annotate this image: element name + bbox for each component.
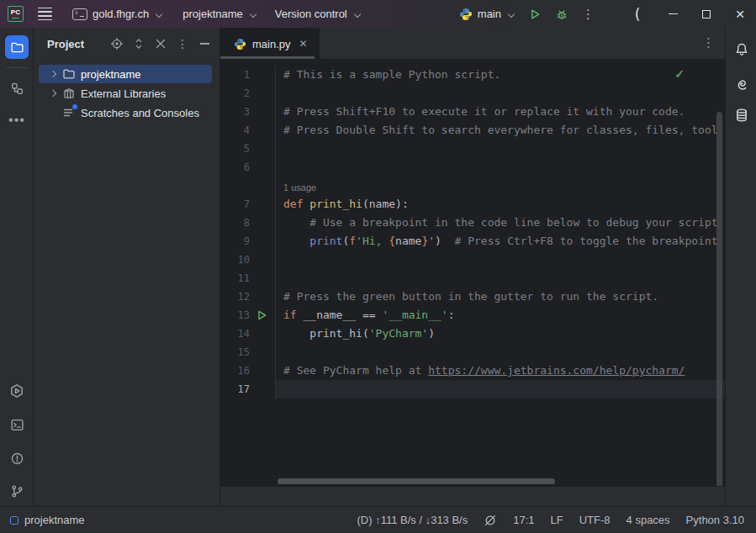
code-line[interactable]: 13if __name__ == '__main__': [220,306,725,325]
close-button[interactable]: ✕ [727,0,753,28]
code-editor[interactable]: 1# This is a sample Python script.23# Pr… [220,60,725,486]
tree-item-projektname[interactable]: projektname [39,65,212,83]
minimize-button[interactable] [660,0,685,28]
code-line[interactable]: 5 [220,140,725,158]
gutter-cell[interactable]: 9 [220,232,276,251]
code-text: # See PyCharm help at https://www.jetbra… [276,361,725,380]
tree-item-external-libraries[interactable]: External Libraries [39,84,212,103]
gutter-cell[interactable]: 3 [220,103,276,121]
code-line[interactable]: 17 [220,380,725,398]
usages-inlay-hint[interactable]: 1 usage [283,182,316,193]
problems-icon [10,451,24,466]
code-line[interactable]: 10 [220,251,725,269]
chevron-down-icon [156,11,162,18]
tool-window-structure-button[interactable] [5,77,29,100]
code-line[interactable]: 16# See PyCharm help at https://www.jetb… [220,361,725,380]
gutter-cell[interactable]: 1 [220,66,276,84]
code-line[interactable]: 7def print_hi(name): [220,195,725,214]
run-button[interactable] [521,3,548,25]
tool-window-services-button[interactable] [5,379,29,403]
no-highlight-icon [484,514,497,527]
gutter-cell[interactable]: 14 [220,325,276,343]
gutter-cell[interactable]: 10 [220,251,276,269]
project-selector[interactable]: projektname [176,3,263,25]
code-line[interactable]: 3# Press Shift+F10 to execute it or repl… [220,103,725,121]
panel-options-button[interactable]: ⋮ [176,37,189,50]
code-line[interactable]: 14 print_hi('PyCharm') [220,325,725,343]
vertical-scrollbar[interactable] [716,112,722,486]
line-number: 14 [238,328,250,340]
tab-main-py[interactable]: main.py ✕ [220,28,320,60]
code-text: def print_hi(name): [276,195,725,214]
code-text [276,158,725,177]
editor-options-button[interactable]: ⋮ [702,35,715,50]
gutter-cell[interactable] [220,177,276,195]
code-line[interactable]: 8 # Use a breakpoint in the code line be… [220,214,725,232]
tab-close-icon[interactable]: ✕ [299,38,308,50]
line-number: 4 [244,124,250,136]
code-line[interactable]: 15 [220,343,725,361]
gutter-cell[interactable]: 12 [220,288,276,306]
code-line[interactable]: 6 [220,158,725,177]
ai-assistant-spiral-icon [734,76,749,91]
notifications-button[interactable] [732,40,752,60]
gutter-cell[interactable]: 13 [220,306,276,325]
encoding-widget[interactable]: UTF-8 [579,514,611,526]
tree-item-scratches[interactable]: Scratches and Consoles [39,103,212,122]
code-line[interactable]: 9 print(f'Hi, {name}') # Press Ctrl+F8 t… [220,232,725,251]
line-number: 16 [238,365,250,377]
gutter-cell[interactable]: 7 [220,195,276,214]
hide-panel-button[interactable] [198,37,211,50]
tool-window-terminal-button[interactable] [5,413,29,436]
maximize-button[interactable] [694,0,719,28]
code-inlay-row[interactable]: 1 usage [220,177,725,195]
inspections-ok-icon[interactable]: ✓ [674,67,685,81]
code-line[interactable]: 12# Press the green button in the gutter… [220,288,725,306]
line-number: 6 [244,161,250,173]
indent-widget[interactable]: 4 spaces [626,514,670,526]
theme-toggle-button[interactable]: ( [625,0,650,28]
chevron-right-icon[interactable] [47,87,59,99]
gutter-cell[interactable]: 5 [220,140,276,158]
locate-file-button[interactable] [110,37,124,50]
expand-all-button[interactable] [132,37,145,50]
network-speed-widget[interactable]: (D) ↑111 B/s / ↓313 B/s [357,514,468,526]
statusbar-project-widget[interactable]: projektname [10,514,85,526]
interpreter-widget[interactable]: Python 3.10 [686,514,744,526]
code-line[interactable]: 1# This is a sample Python script. [220,66,725,84]
more-actions-button[interactable]: ⋮ [575,3,601,25]
more-tool-windows-button[interactable]: ••• [5,108,29,132]
main-menu-icon[interactable] [38,8,52,20]
line-separator-widget[interactable]: LF [551,514,563,526]
collapse-all-button[interactable] [154,37,167,50]
code-line[interactable]: 4# Press Double Shift to search everywhe… [220,121,725,140]
vcs-widget[interactable]: Version control [268,3,367,25]
debug-button[interactable] [548,3,575,25]
ai-assistant-button[interactable] [732,73,752,93]
code-line[interactable]: 11 [220,269,725,288]
gutter-cell[interactable]: 6 [220,158,276,177]
remote-host-label: gold.fhgr.ch [93,8,149,20]
project-selector-label: projektname [182,8,243,20]
tool-window-project-button[interactable] [5,35,29,59]
gutter-cell[interactable]: 8 [220,214,276,232]
caret-position-widget[interactable]: 17:1 [513,514,534,526]
gutter-cell[interactable]: 16 [220,361,276,380]
run-line-icon[interactable] [256,309,267,321]
gutter-cell[interactable]: 2 [220,84,276,103]
gutter-cell[interactable]: 11 [220,269,276,288]
run-configuration-selector[interactable]: main [452,3,521,25]
scratches-icon [62,106,76,119]
tool-window-git-button[interactable] [5,479,29,503]
code-line[interactable]: 2 [220,84,725,103]
gutter-cell[interactable]: 15 [220,343,276,361]
gutter-cell[interactable]: 17 [220,380,276,398]
remote-host-selector[interactable]: gold.fhgr.ch [66,3,169,25]
database-button[interactable] [732,105,752,125]
right-tool-window-bar [725,28,756,506]
highlighting-level-button[interactable] [484,514,497,527]
chevron-right-icon[interactable] [47,68,59,80]
horizontal-scrollbar[interactable] [278,478,555,484]
tool-window-problems-button[interactable] [5,446,29,470]
gutter-cell[interactable]: 4 [220,121,276,140]
